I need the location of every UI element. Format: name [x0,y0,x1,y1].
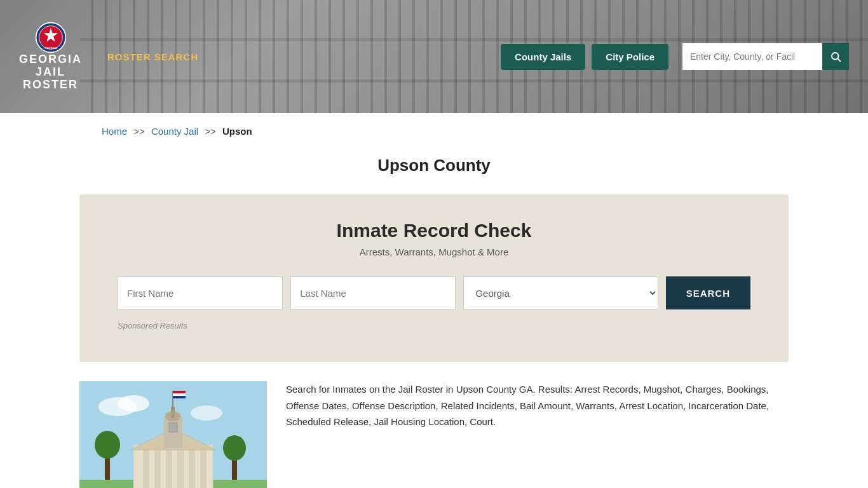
site-logo[interactable]: GEORGIA GEORGIA JAIL ROSTER [19,22,82,91]
svg-rect-23 [200,450,207,488]
nav-buttons: County Jails City Police [501,43,849,70]
svg-rect-26 [169,423,177,432]
state-seal-icon: GEORGIA [35,22,67,53]
nav-area: ROSTER SEARCH County Jails City Police [107,43,849,70]
page-title: Upson County [0,156,868,175]
svg-rect-31 [173,393,186,396]
inmate-section-title: Inmate Record Check [118,220,750,241]
county-jails-button[interactable]: County Jails [501,44,585,70]
roster-search-link[interactable]: ROSTER SEARCH [107,51,198,62]
logo-text-georgia: GEORGIA [19,53,82,66]
description-text: Search for Inmates on the Jail Roster in… [286,381,789,430]
courthouse-image [79,381,267,488]
svg-rect-20 [166,450,172,488]
site-header: GEORGIA GEORGIA JAIL ROSTER ROSTER SEARC… [0,0,868,113]
breadcrumb-separator-2: >> [205,126,216,137]
city-police-button[interactable]: City Police [592,44,668,70]
breadcrumb-county-jail[interactable]: County Jail [151,126,198,137]
svg-rect-22 [189,450,195,488]
inmate-form: Georgia Alabama Florida Tennessee SEARCH [118,276,750,309]
logo-text-jail: JAIL [36,66,65,79]
svg-point-14 [223,435,246,461]
first-name-input[interactable] [118,276,283,309]
svg-rect-21 [177,450,184,488]
breadcrumb: Home >> County Jail >> Upson [0,113,868,149]
svg-point-8 [118,395,149,412]
header-search-button[interactable] [822,43,849,70]
breadcrumb-home[interactable]: Home [102,126,127,137]
header-search-area [682,43,849,70]
inmate-search-button[interactable]: SEARCH [666,276,750,309]
svg-text:GEORGIA: GEORGIA [44,47,57,50]
header-search-input[interactable] [682,43,822,70]
sponsored-results-label: Sponsored Results [118,321,750,330]
search-icon [830,51,841,62]
page-title-section: Upson County [0,149,868,194]
breadcrumb-current: Upson [222,126,252,137]
svg-line-5 [837,58,840,61]
svg-point-12 [95,431,120,459]
svg-point-9 [191,405,222,421]
state-select[interactable]: Georgia Alabama Florida Tennessee [463,276,658,309]
breadcrumb-separator-1: >> [133,126,145,137]
logo-text-roster: ROSTER [23,79,78,92]
courthouse-svg [79,381,267,488]
svg-rect-19 [154,450,161,488]
svg-rect-18 [143,450,149,488]
last-name-input[interactable] [290,276,456,309]
inmate-record-section: Inmate Record Check Arrests, Warrants, M… [79,194,789,362]
bottom-section: Search for Inmates on the Jail Roster in… [0,362,868,488]
svg-rect-32 [173,396,186,398]
inmate-section-subtitle: Arrests, Warrants, Mugshot & More [118,247,750,257]
